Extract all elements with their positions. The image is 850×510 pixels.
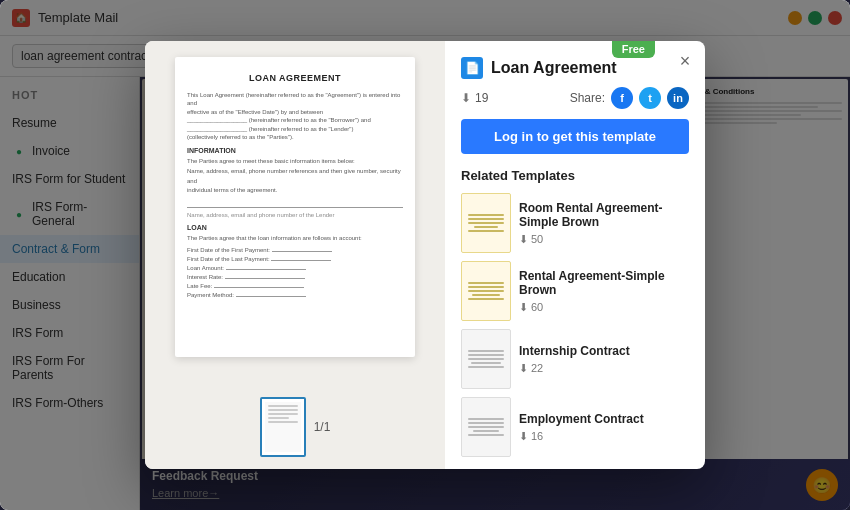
document-preview: LOAN AGREEMENT This Loan Agreement (here… [175,57,415,357]
rthumb4-line3 [468,426,504,428]
thumb-line-1 [268,405,298,407]
rthumb1-line2 [468,218,504,220]
modal-overlay[interactable]: Free × LOAN AGREEMENT This Loan Agreemen… [0,0,850,510]
dl-icon-1: ⬇ [519,233,528,246]
template-header: 📄 Loan Agreement [461,57,689,79]
template-title: Loan Agreement [491,59,617,77]
doc-field-last-date: First Date of the Last Payment: [187,256,403,262]
related-downloads-2: ⬇ 60 [519,301,689,314]
dl-icon-3: ⬇ [519,362,528,375]
preview-panel: LOAN AGREEMENT This Loan Agreement (here… [145,41,445,469]
rthumb3-line5 [468,366,504,368]
rthumb3-line4 [471,362,501,364]
facebook-share-button[interactable]: f [611,87,633,109]
dl-icon-4: ⬇ [519,430,528,443]
rthumb3-line3 [468,358,504,360]
rthumb4-line1 [468,418,504,420]
dl-count-3: 22 [531,362,543,374]
doc-loan-text: The Parties agree that the loan informat… [187,234,403,244]
linkedin-share-button[interactable]: in [667,87,689,109]
stats-share-row: ⬇ 19 Share: f t in [461,87,689,109]
related-item-1[interactable]: Room Rental Agreement-Simple Brown ⬇ 50 [461,193,689,253]
related-info-1: Room Rental Agreement-Simple Brown ⬇ 50 [519,201,689,246]
dl-icon-2: ⬇ [519,301,528,314]
rthumb2-line2 [468,286,504,288]
rthumb3-line2 [468,354,504,356]
modal-body: LOAN AGREEMENT This Loan Agreement (here… [145,41,705,469]
rthumb2-line3 [468,290,504,292]
rthumb1-line4 [474,226,498,228]
related-downloads-1: ⬇ 50 [519,233,689,246]
doc-input-label-1: Name, address, email and phone number of… [187,212,403,218]
thumb-line-3 [268,413,298,415]
related-thumb-4 [461,397,511,457]
related-thumb-3 [461,329,511,389]
thumb-line-4 [268,417,289,419]
rthumb1-line5 [468,230,504,232]
related-item-4[interactable]: Employment Contract ⬇ 16 [461,397,689,457]
doc-section-information: INFORMATION [187,147,403,154]
related-info-4: Employment Contract ⬇ 16 [519,412,689,443]
page-thumb-inner [265,402,301,452]
thumb-line-2 [268,409,298,411]
related-info-2: Rental Agreement-Simple Brown ⬇ 60 [519,269,689,314]
related-downloads-4: ⬇ 16 [519,430,689,443]
rthumb1-line1 [468,214,504,216]
related-thumb-2 [461,261,511,321]
related-name-3: Internship Contract [519,344,689,358]
related-name-4: Employment Contract [519,412,689,426]
thumb-line-5 [268,421,298,423]
twitter-share-button[interactable]: t [639,87,661,109]
related-item-3[interactable]: Internship Contract ⬇ 22 [461,329,689,389]
doc-field-loan-amount: Loan Amount: [187,265,403,271]
doc-text-block-1: This Loan Agreement (hereinafter referre… [187,91,403,141]
related-templates-list: Room Rental Agreement-Simple Brown ⬇ 50 [461,193,689,457]
doc-field-first-date: First Date of the First Payment: [187,247,403,253]
app-window: 🏠 Template Mail 🔍 HOT Resume ● Invoice [0,0,850,510]
rthumb2-line5 [468,298,504,300]
doc-info-text: The Parties agree to meet these basic in… [187,157,403,195]
download-stat: ⬇ 19 [461,91,488,105]
login-button[interactable]: Log in to get this template [461,119,689,154]
rthumb4-line4 [473,430,499,432]
related-downloads-3: ⬇ 22 [519,362,689,375]
share-row: Share: f t in [570,87,689,109]
rthumb3-line1 [468,350,504,352]
dl-count-1: 50 [531,233,543,245]
related-item-2[interactable]: Rental Agreement-Simple Brown ⬇ 60 [461,261,689,321]
rthumb1-line3 [468,222,504,224]
related-templates-title: Related Templates [461,168,689,183]
download-count: 19 [475,91,488,105]
share-label: Share: [570,91,605,105]
doc-field-interest: Interest Rate: [187,274,403,280]
dl-count-4: 16 [531,430,543,442]
rthumb4-line2 [468,422,504,424]
download-icon: ⬇ [461,91,471,105]
rthumb2-line1 [468,282,504,284]
doc-input-name [187,200,403,208]
doc-field-late-fee: Late Fee: [187,283,403,289]
modal-dialog: Free × LOAN AGREEMENT This Loan Agreemen… [145,41,705,469]
doc-section-loan: LOAN [187,224,403,231]
template-logo-icon: 📄 [461,57,483,79]
related-name-2: Rental Agreement-Simple Brown [519,269,689,297]
related-thumb-1 [461,193,511,253]
pagination-bar: 1/1 [260,397,331,457]
page-count: 1/1 [314,420,331,434]
rthumb2-line4 [472,294,500,296]
page-thumbnail-1[interactable] [260,397,306,457]
modal-close-button[interactable]: × [673,49,697,73]
doc-preview-title: LOAN AGREEMENT [187,73,403,83]
info-panel: 📄 Loan Agreement ⬇ 19 Share: f t [445,41,705,469]
modal-free-badge: Free [612,41,655,58]
doc-field-payment-method: Payment Method: [187,292,403,298]
related-info-3: Internship Contract ⬇ 22 [519,344,689,375]
rthumb4-line5 [468,434,504,436]
related-name-1: Room Rental Agreement-Simple Brown [519,201,689,229]
doc-loan-fields: First Date of the First Payment: First D… [187,247,403,298]
dl-count-2: 60 [531,301,543,313]
